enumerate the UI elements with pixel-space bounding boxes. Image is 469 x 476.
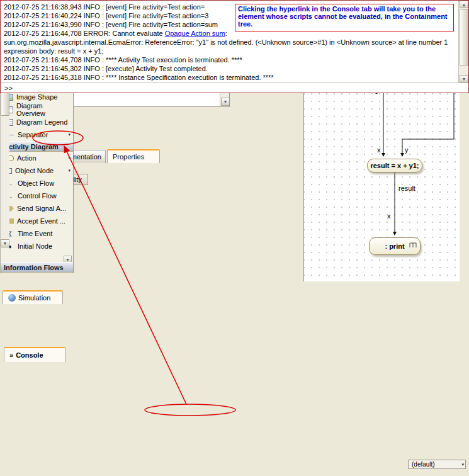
toolbox-category-activity-diagram[interactable]: Activity Diagram	[1, 141, 73, 152]
toolbox-item-accept-event[interactable]: Accept Event ...	[1, 215, 73, 227]
toolbox-item-label: Diagram Overview	[16, 102, 71, 117]
toolbox-item-diagram-legend[interactable]: Diagram Legend	[1, 116, 73, 128]
toolbox-item-control-flow[interactable]: → Control Flow	[1, 190, 73, 202]
session-select[interactable]: (default) ▾	[408, 460, 466, 469]
error-line-suffix: :	[225, 30, 227, 37]
console-log-line: sun.org.mozilla.javascript.internal.Ecma…	[4, 38, 448, 47]
tab-simulation[interactable]: Simulation	[3, 290, 63, 304]
session-select-value: (default)	[412, 461, 459, 468]
link-highlight-ellipse	[145, 404, 235, 416]
console-input-row[interactable]: >>	[1, 82, 468, 93]
scroll-up-icon[interactable]: ▲	[460, 1, 468, 8]
toolbox-item-label: Send Signal A...	[17, 205, 66, 212]
toolbox-item-separator[interactable]: ╌╌ Separator ▾	[1, 128, 73, 141]
toolbox-item-label: Action	[17, 154, 37, 162]
toolbox-item-object-node[interactable]: Object Node ▾	[1, 164, 73, 177]
console-region: 2012-07-25 21:16:38,943 INFO : [event] F…	[0, 0, 469, 93]
chevron-down-icon[interactable]: ▾	[68, 156, 71, 161]
console-log-line: 2012-07-25 21:16:45,318 INFO : **** Inst…	[4, 73, 448, 82]
toolbox-item-label: Separator	[18, 131, 48, 139]
category-label: Information Flows	[4, 264, 64, 271]
tab-label: Properties	[113, 153, 144, 161]
edge-label-x-in[interactable]: x	[377, 146, 381, 154]
scroll-down-icon[interactable]: ▼	[460, 75, 468, 82]
toolbox-item-label: Object Flow	[18, 179, 54, 187]
console-prompt: >>	[4, 84, 13, 92]
toolbox-item-send-signal[interactable]: Send Signal A...	[1, 202, 73, 215]
tab-console[interactable]: » Console	[4, 347, 65, 362]
pin-group-icon	[409, 242, 417, 249]
node-print-action[interactable]: : print	[369, 237, 421, 255]
toolbox-item-label: Image Shape	[16, 93, 57, 101]
toolbox-item-diagram-overview[interactable]: Diagram Overview	[1, 103, 73, 116]
scroll-down-icon[interactable]: ▼	[1, 239, 9, 247]
opaque-action-sum-link[interactable]: Opaque Action sum	[165, 30, 225, 37]
node-result-action[interactable]: result = x + y1;	[367, 159, 422, 173]
toolbox-item-label: Time Event	[18, 230, 52, 237]
node-label: : print	[385, 242, 404, 250]
chevron-down-icon[interactable]: ▾	[68, 132, 71, 137]
chevron-down-icon[interactable]: ▾	[68, 168, 71, 173]
edge-label-y-in[interactable]: y	[405, 146, 409, 154]
magicdraw-window: ▦ Conta.. ⊿ Inher.. ▤ Diag.. ◫ Model.. ≣…	[0, 0, 469, 476]
toolbox-item-label: Control Flow	[18, 192, 57, 200]
error-line-prefix: 2012-07-25 21:16:44,708 ERROR: Cannot ev…	[4, 30, 165, 37]
toolbox-item-time-event[interactable]: ⋈ Time Event	[1, 227, 73, 240]
edge-label-result[interactable]: result	[398, 184, 415, 192]
chevrons-icon: »	[9, 351, 13, 359]
chevron-down-icon: ▾	[461, 462, 464, 467]
toolbox-item-object-flow[interactable]: → Object Flow	[1, 177, 73, 190]
scrollbar-thumb[interactable]	[460, 9, 468, 65]
tab-properties[interactable]: Properties	[107, 149, 160, 163]
tab-label: Console	[16, 351, 43, 359]
category-label: Activity Diagram	[4, 143, 59, 150]
node-label: result = x + y1;	[370, 162, 419, 169]
console-log-line: 2012-07-25 21:16:45,302 INFO : [execute]…	[4, 64, 448, 73]
toolbox-item-label: Accept Event ...	[17, 217, 65, 225]
tab-label: Simulation	[18, 294, 50, 302]
toolbox-item-label: Object Node	[15, 167, 54, 174]
toolbox-item-label: Diagram Legend	[16, 118, 67, 126]
annotation-callout: Clicking the hyperlink in the Console ta…	[235, 4, 454, 31]
console-log-line: expression body: result = x + y1;	[4, 47, 448, 55]
simulation-icon	[8, 294, 16, 302]
toolbox-item-action[interactable]: Action ▾	[1, 152, 73, 164]
toolbox-item-label: Initial Node	[18, 242, 52, 250]
edge-label-x-out[interactable]: x	[387, 212, 391, 220]
toolbox-category-information-flows[interactable]: Information Flows	[1, 262, 73, 273]
scroll-down-icon[interactable]: ▼	[221, 98, 230, 106]
console-log-line: 2012-07-25 21:16:44,708 INFO : **** Acti…	[4, 55, 448, 64]
console-scrollbar[interactable]: ▲ ▼	[458, 1, 468, 82]
toolbox-item-initial-node[interactable]: ● Initial Node	[1, 240, 73, 252]
